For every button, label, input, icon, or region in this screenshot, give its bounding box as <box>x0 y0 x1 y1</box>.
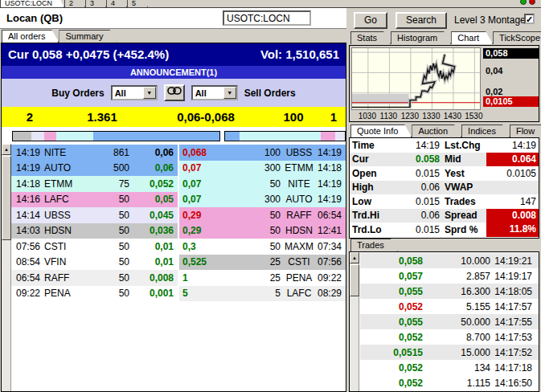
sell-order-row[interactable]: 55LAFC08:29 <box>179 286 346 302</box>
sell-order-row[interactable]: 0,2950RAFF06:54 <box>179 207 346 223</box>
quote-value: 0.06 <box>390 182 440 193</box>
buy-mm-cell: VFIN <box>41 256 83 267</box>
order-book: ▲ 14:19NITE8610,0614:19AUTO5000,0614:18E… <box>2 144 346 391</box>
chevron-down-icon[interactable]: ▼ <box>223 87 236 99</box>
buy-order-row[interactable]: 14:19AUTO5000,06 <box>11 161 178 177</box>
sell-size-total: 100 <box>265 110 322 124</box>
buy-order-row[interactable]: 14:14UBSS500,045 <box>11 207 178 223</box>
trade-row: 0,0521.11514:16:50 <box>360 375 539 390</box>
sell-order-row[interactable]: 0,2950HDSN12:41 <box>179 223 346 239</box>
trade-time-cell: 14:17:18 <box>490 362 539 374</box>
trade-size-cell: 2.857 <box>423 271 490 282</box>
buy-order-row[interactable]: 14:03HDSN500,036 <box>11 223 178 239</box>
sell-time-cell: 14:19 <box>318 194 346 205</box>
tab-chart[interactable]: Chart <box>451 31 493 44</box>
buy-size-cell: 50 <box>83 194 129 205</box>
depth-segment <box>13 132 31 141</box>
sell-size-cell: 25 <box>224 256 281 267</box>
orderbook-scrollbar[interactable]: ▲ <box>2 144 11 391</box>
quote-label: Trades <box>440 196 486 207</box>
trade-time-cell: 14:19:17 <box>490 271 539 282</box>
trades-scrollbar[interactable]: ▲ <box>350 252 359 392</box>
buy-order-row[interactable]: 08:54VFIN500,01 <box>11 255 178 271</box>
sell-order-row[interactable]: 0,350MAXM07:34 <box>179 239 346 255</box>
quote-row: Cur0.058Mid0.064 <box>350 153 539 167</box>
buy-size-cell: 50 <box>83 225 129 236</box>
sell-order-row[interactable]: 0,07300AUTO14:19 <box>179 192 346 208</box>
x-axis-label: 1530 <box>461 112 486 120</box>
trade-price-cell: 0,055 <box>360 286 423 297</box>
sell-order-row[interactable]: 125PENA09:22 <box>179 270 346 286</box>
tab-indices[interactable]: Indices <box>461 125 510 137</box>
link-filters-button[interactable] <box>164 84 185 101</box>
quote-label: Trd.Lo <box>350 224 390 235</box>
buy-order-row[interactable]: 06:54RAFF500,008 <box>11 270 178 286</box>
workspace-tab-3[interactable]: 3 <box>85 0 106 7</box>
quote-value: 14:19 <box>390 140 440 151</box>
sell-order-row[interactable]: 0,52525CSTI07:56 <box>179 255 346 271</box>
depth-segment <box>321 132 335 141</box>
buy-filter-select[interactable]: All ▼ <box>111 85 158 100</box>
quote-value: 0.058 <box>390 153 440 165</box>
buy-order-row[interactable]: 14:19NITE8610,06 <box>11 145 178 161</box>
tab-tickscope[interactable]: TickScope <box>493 31 541 44</box>
scroll-up-icon[interactable]: ▲ <box>2 144 11 155</box>
trade-time-cell: 14:18:05 <box>490 286 539 297</box>
sell-order-row[interactable]: 0,07300ETMM14:18 <box>179 161 346 177</box>
workspace-tab-usotc-locn[interactable]: USOTC:LOCN <box>0 0 64 7</box>
buy-order-row[interactable]: 14:18ETMM750,052 <box>11 176 178 192</box>
sell-order-row[interactable]: 0,068100UBSS14:19 <box>179 145 346 161</box>
buy-size-cell: 50 <box>83 256 129 267</box>
tab-stats[interactable]: Stats <box>350 31 391 44</box>
buy-price-cell: 0,06 <box>129 162 178 174</box>
tab-flow[interactable]: Flow <box>510 125 541 137</box>
quote-label: Yest <box>440 168 486 179</box>
quote-value: 0.015 <box>390 168 440 179</box>
scrollbar-thumb[interactable] <box>350 264 359 296</box>
sell-time-cell: 14:19 <box>318 178 346 190</box>
tab-auction[interactable]: Auction <box>412 125 461 137</box>
buy-time-cell: 14:03 <box>11 225 41 236</box>
sell-order-row[interactable]: 0,0750NITE14:19 <box>179 176 346 192</box>
trade-size-cell: 134 <box>423 362 490 374</box>
sell-size-cell: 50 <box>224 225 281 236</box>
tab-summary[interactable]: Summary <box>59 30 117 43</box>
buy-order-row[interactable]: 07:56CSTI500,01 <box>11 239 178 255</box>
tab-all-orders[interactable]: All orders <box>2 30 59 43</box>
scrollbar-thumb[interactable] <box>2 156 11 240</box>
sell-price-cell: 0,07 <box>179 162 224 174</box>
sell-price-cell: 0,29 <box>179 210 224 221</box>
quote-row: Open0.015Yest0.0105 <box>350 166 539 181</box>
symbol-input[interactable] <box>223 10 311 26</box>
quote-row: Trd.Lo0.015Sprd %11.8% <box>350 223 539 237</box>
buy-mm-cell: ETMM <box>41 178 83 190</box>
level3-montage-checkbox[interactable]: ✓ <box>524 14 535 24</box>
tab-trades[interactable]: Trades <box>350 239 398 251</box>
buy-time-cell: 14:19 <box>11 147 41 158</box>
tab-quote-info[interactable]: Quote Info <box>350 125 412 137</box>
chart-svg <box>352 48 480 109</box>
buy-order-row[interactable]: 14:16LAFC500,05 <box>11 192 178 208</box>
quote-value: 0.015 <box>390 224 440 235</box>
search-button[interactable]: Search <box>396 12 447 29</box>
current-price-text: Cur 0,058 +0,0475 (+452.4%) <box>8 47 169 61</box>
trade-row: 0,05516.30014:18:05 <box>360 284 539 299</box>
tab-histogram[interactable]: Histogram <box>391 31 451 44</box>
chevron-down-icon[interactable]: ▼ <box>143 87 156 99</box>
go-button[interactable]: Go <box>354 12 387 29</box>
buy-order-row[interactable]: 09:22PENA500,001 <box>11 286 178 302</box>
sell-filter-select[interactable]: All ▼ <box>191 85 238 100</box>
quote-label: Open <box>350 168 390 179</box>
buy-price-cell: 0,01 <box>129 241 178 252</box>
intraday-chart: 0,0580,040,020,0105103011301230133014301… <box>349 45 539 122</box>
instrument-header: Locan (QB) <box>0 8 346 29</box>
workspace-tab-2[interactable]: 2 <box>64 0 85 7</box>
buy-time-cell: 14:16 <box>11 194 41 205</box>
buy-size-cell: 75 <box>83 178 129 190</box>
workspace-tab-4[interactable]: 4 <box>106 0 127 7</box>
scroll-up-icon[interactable]: ▲ <box>350 252 359 263</box>
quote-value: 0.06 <box>390 210 440 221</box>
workspace-tab-5[interactable]: 5 <box>127 0 148 7</box>
trade-price-cell: 0,057 <box>360 271 423 282</box>
announcement-banner[interactable]: ANNOUNCEMENT(1) <box>2 66 346 79</box>
